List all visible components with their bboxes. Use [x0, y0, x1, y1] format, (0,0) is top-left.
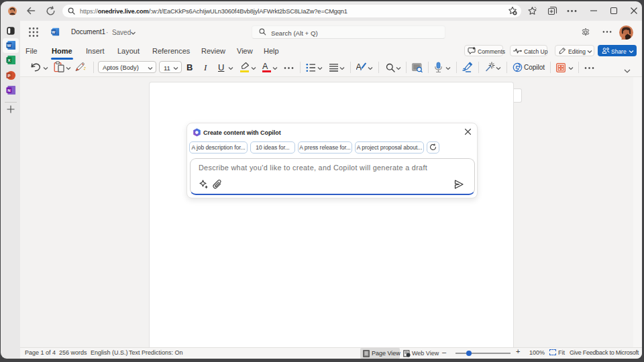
svg-text:N: N	[7, 88, 10, 93]
svg-text:W: W	[7, 43, 11, 48]
svg-text:W: W	[52, 30, 55, 34]
svg-text:P: P	[7, 73, 10, 78]
svg-text:X: X	[7, 58, 10, 62]
